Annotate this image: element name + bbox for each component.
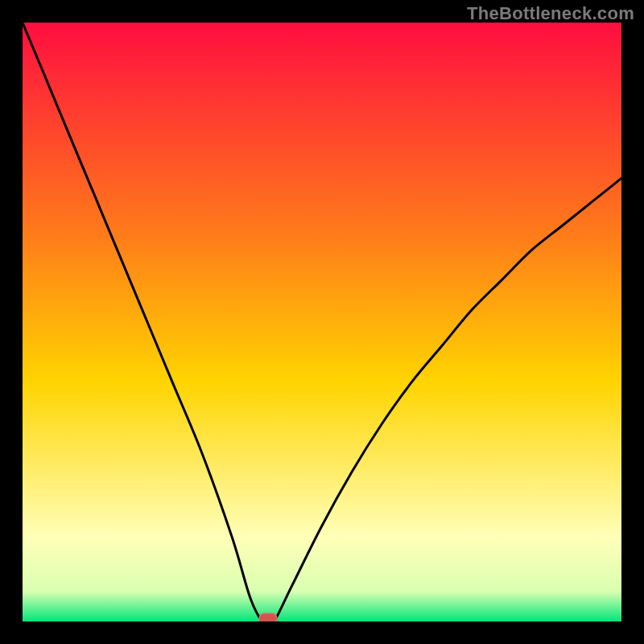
gradient-background [23, 23, 621, 621]
watermark-text: TheBottleneck.com [467, 3, 634, 24]
plot-area [23, 23, 621, 621]
optimal-point-marker [259, 613, 277, 621]
chart-container: TheBottleneck.com [0, 0, 644, 644]
chart-svg [23, 23, 621, 621]
